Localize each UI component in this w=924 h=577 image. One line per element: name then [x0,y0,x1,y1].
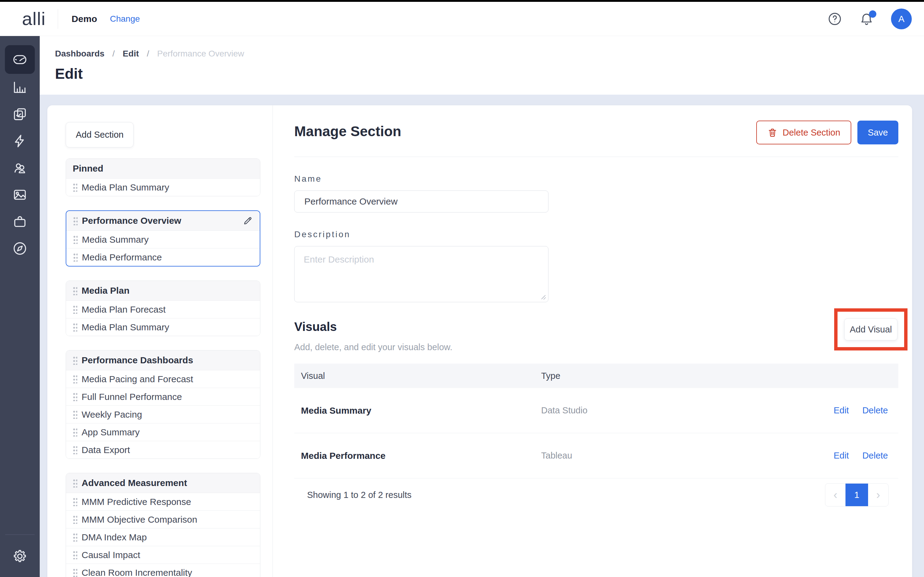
drag-handle[interactable] [73,497,77,506]
section-item[interactable]: Media Pacing and Forecast [66,370,260,388]
section-group-title: Media Plan [82,285,253,296]
section-group-title: Pinned [73,163,253,174]
section-item[interactable]: DMA Index Map [66,528,260,546]
notifications-button[interactable] [859,11,874,26]
section-group-header[interactable]: Media Plan [66,281,260,300]
section-group-header[interactable]: Pinned [66,159,260,178]
save-button[interactable]: Save [858,121,898,144]
section-group: Advanced MeasurementMMM Predictive Respo… [66,473,260,577]
section-item[interactable]: Full Funnel Performance [66,388,260,405]
drag-handle[interactable] [73,550,77,559]
sidebar-item-analytics[interactable] [5,74,35,101]
manage-section-title: Manage Section [294,121,401,140]
drag-handle[interactable] [73,323,77,332]
sidebar-item-marketplace[interactable] [5,208,35,235]
drag-handle[interactable] [73,356,77,365]
section-groups: PinnedMedia Plan SummaryPerformance Over… [66,158,260,577]
drag-handle[interactable] [73,479,77,488]
help-circle-icon[interactable] [827,11,842,26]
drag-handle[interactable] [73,392,77,401]
visuals-table-header: Visual Type [294,364,898,388]
section-group-title: Advanced Measurement [82,478,253,488]
bar-chart-icon [12,80,27,95]
column-header-type: Type [541,371,898,381]
section-group-header[interactable]: Advanced Measurement [66,473,260,493]
visuals-text: Visuals Add, delete, and edit your visua… [294,308,452,352]
breadcrumb-edit[interactable]: Edit [123,49,139,59]
change-client-link[interactable]: Change [110,14,140,24]
pagination-page-1[interactable]: 1 [845,484,868,506]
sidebar-item-dashboards[interactable] [5,45,35,74]
section-item[interactable]: Media Plan Summary [66,178,260,196]
edit-visual-link[interactable]: Edit [834,405,849,416]
sidebar-item-explore[interactable] [5,235,35,262]
section-item[interactable]: MMM Predictive Response [66,493,260,511]
image-icon [12,187,27,202]
edit-visual-link[interactable]: Edit [834,451,849,461]
breadcrumb-dashboards[interactable]: Dashboards [55,49,105,59]
sidebar-item-audiences[interactable] [5,155,35,181]
drag-handle[interactable] [73,428,77,437]
resize-handle-icon[interactable] [541,295,546,300]
drag-handle[interactable] [73,445,77,454]
delete-section-button[interactable]: Delete Section [756,121,851,144]
drag-handle[interactable] [73,375,77,384]
alli-logo[interactable]: alli [22,8,45,29]
screen: alli Demo Change A [0,0,924,577]
edit-pencil-icon[interactable] [242,216,253,226]
delete-visual-link[interactable]: Delete [862,405,888,416]
sidebar-item-automation[interactable] [5,127,35,155]
section-item[interactable]: Media Plan Forecast [66,300,260,318]
drag-handle[interactable] [73,286,77,295]
drag-handle[interactable] [73,235,78,244]
visuals-subtitle: Add, delete, and edit your visuals below… [294,342,452,352]
speedometer-icon [12,52,27,67]
section-item[interactable]: Media Performance [66,248,260,266]
section-item[interactable]: Weekly Pacing [66,405,260,423]
briefcase-icon [12,214,27,229]
pagination-prev[interactable]: ‹ [825,484,845,506]
sidebar-item-creative[interactable] [5,181,35,208]
section-group-header[interactable]: Performance Dashboards [66,350,260,370]
description-input[interactable] [294,246,548,302]
drag-handle[interactable] [73,216,78,225]
avatar[interactable]: A [891,8,912,29]
add-section-button[interactable]: Add Section [66,122,134,147]
results-summary: Showing 1 to 2 of 2 results [294,490,412,500]
drag-handle[interactable] [73,410,77,419]
add-visual-button[interactable]: Add Visual [844,318,897,340]
visuals-table-body: Media SummaryData StudioEditDeleteMedia … [294,388,898,479]
section-item-label: Causal Impact [82,550,140,560]
delete-visual-link[interactable]: Delete [862,451,888,461]
sidebar-item-reports[interactable] [5,101,35,127]
section-item[interactable]: MMM Objective Comparison [66,511,260,528]
manage-section-header: Manage Section Delete Section Save [294,121,898,157]
section-item[interactable]: App Summary [66,423,260,441]
drag-handle[interactable] [73,515,77,524]
drag-handle[interactable] [73,253,78,262]
section-item[interactable]: Media Plan Summary [66,318,260,336]
visual-table-row: Media PerformanceTableauEditDelete [294,433,898,479]
drag-handle[interactable] [73,533,77,542]
section-item-label: MMM Objective Comparison [82,514,197,525]
visual-name-cell: Media Performance [294,451,541,461]
description-wrap [294,246,548,302]
section-item[interactable]: Media Summary [66,230,260,248]
section-item[interactable]: Data Export [66,441,260,459]
section-item[interactable]: Causal Impact [66,546,260,564]
section-item-label: Media Plan Summary [82,322,169,332]
name-input[interactable] [294,190,548,213]
section-item[interactable]: Clean Room Incrementality [66,564,260,577]
drag-handle[interactable] [73,305,77,314]
sidebar-item-settings[interactable] [5,543,35,570]
pagination-next[interactable]: › [868,484,888,506]
header-buttons: Delete Section Save [756,121,898,144]
sidebar [0,36,40,577]
section-group-title: Performance Overview [82,216,238,226]
drag-handle[interactable] [73,568,77,577]
section-group-header[interactable]: Performance Overview [66,211,260,230]
section-item-label: Media Plan Forecast [82,305,166,315]
clipboard-check-icon [12,106,27,122]
delete-section-label: Delete Section [782,127,840,138]
drag-handle[interactable] [73,183,77,192]
